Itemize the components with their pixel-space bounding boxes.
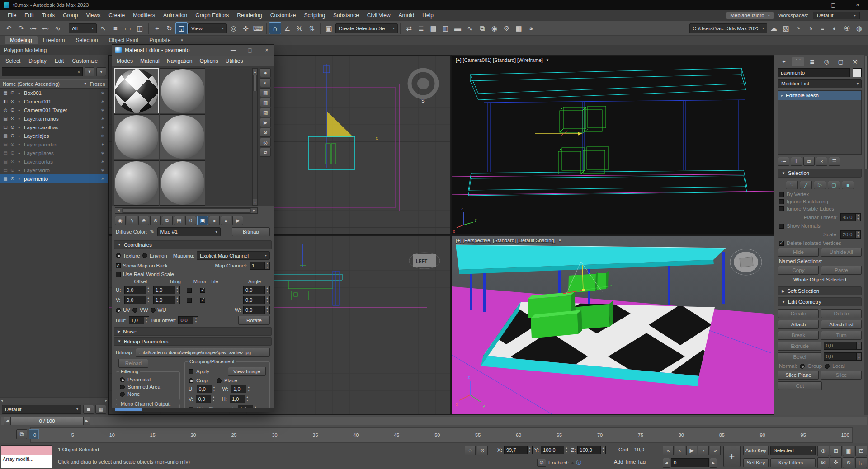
turn-button[interactable]: Turn xyxy=(821,331,862,340)
material-editor-menu-item[interactable]: Material xyxy=(140,58,160,64)
select-and-move-icon[interactable]: + xyxy=(151,22,163,34)
key-filters-button[interactable]: Key Filters... xyxy=(770,458,816,467)
frozen-toggle-icon[interactable]: ∗ xyxy=(99,133,106,138)
ribbon-tab[interactable]: Object Paint xyxy=(104,36,144,44)
material-editor-minimize-button[interactable]: — xyxy=(226,45,240,56)
render-toggle-icon[interactable]: ● xyxy=(18,177,22,180)
u-angle-spinner[interactable]: 0,0 xyxy=(243,286,270,294)
render-toggle-icon[interactable]: ● xyxy=(18,100,22,103)
ribbon-config-arrow-icon[interactable]: ▾ xyxy=(177,38,187,42)
visibility-eye-icon[interactable]: ⊙ xyxy=(10,150,16,156)
material-id-channel-icon[interactable]: 0 xyxy=(185,216,196,225)
set-keys-button[interactable]: + xyxy=(723,446,741,467)
apply-checkbox[interactable] xyxy=(189,369,193,374)
select-object-icon[interactable]: ↖ xyxy=(97,22,109,34)
rendered-frame-window-icon[interactable]: ▦ xyxy=(513,22,525,34)
scroll-left-icon[interactable]: ◂ xyxy=(1,399,3,403)
scene-explorer-row[interactable]: ▤ ⊙ ● Layer:lajes ∗ xyxy=(0,131,108,140)
go-to-parent-icon[interactable]: ▲ xyxy=(221,216,231,225)
menu-item[interactable]: Edit xyxy=(20,11,38,20)
scrollbar-thumb[interactable] xyxy=(865,56,868,169)
element-subobject-icon[interactable]: ■ xyxy=(842,181,854,189)
use-pivot-point-center-icon[interactable]: ◎ xyxy=(227,22,240,34)
rectangular-selection-region-icon[interactable]: ▭ xyxy=(122,22,134,34)
notifications-icon[interactable]: ⊘ xyxy=(537,459,546,467)
material-editor-icon[interactable]: ◉ xyxy=(488,22,500,34)
selection-filter-dropdown[interactable]: All▾ xyxy=(69,23,97,33)
render-toggle-icon[interactable]: ● xyxy=(18,108,22,112)
frozen-toggle-icon[interactable]: ∗ xyxy=(99,150,106,155)
hierarchy-tab-icon[interactable]: ≣ xyxy=(807,57,818,66)
material-editor-maximize-button[interactable]: ▢ xyxy=(243,45,257,56)
coordinates-rollout-header[interactable]: ▼Coordinates xyxy=(114,240,272,249)
column-filter-funnel-icon[interactable]: ▼ xyxy=(84,82,87,86)
track-bar[interactable]: ⧉ 05101520253035404550556065707580859095… xyxy=(0,427,868,443)
unlink-selection-icon[interactable]: ⊷ xyxy=(39,22,52,34)
render-toggle-icon[interactable]: ● xyxy=(18,126,22,129)
redo-icon[interactable]: ↷ xyxy=(15,22,27,34)
previous-frame-icon[interactable]: ‹ xyxy=(675,446,685,455)
blur-spinner[interactable]: 1,0 xyxy=(129,316,149,324)
render-toggle-icon[interactable]: ● xyxy=(18,91,22,94)
w-angle-spinner[interactable]: 0,0 xyxy=(243,306,270,314)
select-by-material-icon[interactable]: ◎ xyxy=(260,138,271,147)
previous-key-icon[interactable]: ◂ xyxy=(663,458,670,468)
scene-explorer-row[interactable]: ▦ ⊙ ● pavimento ∗ xyxy=(0,174,108,183)
workspaces-dropdown[interactable]: Default▾ xyxy=(813,12,860,19)
scene-explorer-row[interactable]: ▤ ⊙ ● Layer:pilares ∗ xyxy=(0,149,108,157)
break-button[interactable]: Break xyxy=(778,331,819,340)
viewport-camera[interactable]: z y x [+] [Camera001] [Standard] [Wirefr… xyxy=(452,55,774,234)
material-editor-menu-item[interactable]: Utilities xyxy=(226,58,243,64)
by-vertex-checkbox[interactable] xyxy=(779,192,784,197)
maximize-viewport-icon[interactable]: ◱ xyxy=(855,457,867,468)
scene-explorer-menu-item[interactable]: Display xyxy=(25,57,50,65)
menu-item[interactable]: Arnold xyxy=(395,11,419,20)
menu-item[interactable]: Rendering xyxy=(233,11,266,20)
go-forward-sibling-icon[interactable]: ▶ xyxy=(232,216,243,225)
material-editor-bottom-scrollbar[interactable] xyxy=(112,408,274,412)
render-toggle-icon[interactable]: ● xyxy=(18,134,22,137)
pyramidal-radio[interactable] xyxy=(120,377,125,382)
menu-item[interactable]: Views xyxy=(82,11,104,20)
menu-item[interactable]: Create xyxy=(104,11,129,20)
render-iterative-icon[interactable]: ◑ xyxy=(804,22,816,34)
modifier-stack-item[interactable]: ▸ Editable Mesh xyxy=(778,91,861,100)
scene-explorer-menu-item[interactable]: Select xyxy=(2,57,24,65)
scroll-right-icon[interactable]: ▸ xyxy=(105,399,107,403)
select-and-manipulate-icon[interactable]: ✜ xyxy=(240,22,252,34)
map-type-button[interactable]: Bitmap xyxy=(232,227,270,236)
show-end-result-icon[interactable]: ∎ xyxy=(209,216,220,225)
scene-explorer-row[interactable]: ▤ ⊙ ● Layer:portas ∗ xyxy=(0,157,108,166)
render-last-icon[interactable]: ◐ xyxy=(829,22,841,34)
explorer-default-dropdown[interactable]: Default▾ xyxy=(2,405,81,414)
slice-plane-button[interactable]: Slice Plane xyxy=(778,371,819,380)
paste-button[interactable]: Paste xyxy=(821,266,862,275)
scene-explorer-row[interactable]: ▤ ⊙ ● Layer:caixilhas ∗ xyxy=(0,123,108,131)
scene-explorer-row[interactable]: ▤ ⊙ ● Layer:armarios ∗ xyxy=(0,114,108,123)
render-toggle-icon[interactable]: ● xyxy=(18,143,22,146)
toggle-layer-explorer-icon[interactable]: ▥ xyxy=(439,22,452,34)
mapping-dropdown[interactable]: Explicit Map Channel▾ xyxy=(197,251,270,260)
current-frame-field[interactable]: 0 xyxy=(671,458,709,467)
video-color-check-icon[interactable]: ▧ xyxy=(260,108,271,117)
ribbon-tab[interactable]: Selection xyxy=(70,36,103,44)
hide-button[interactable]: Hide xyxy=(778,248,819,257)
ribbon-tab[interactable]: Freeform xyxy=(38,36,71,44)
place-radio[interactable] xyxy=(217,378,222,383)
sample-background-icon[interactable]: ▦ xyxy=(260,88,271,97)
show-map-in-viewport-icon[interactable]: ▣ xyxy=(197,216,208,225)
window-crossing-icon[interactable]: ◫ xyxy=(134,22,146,34)
visibility-eye-icon[interactable]: ⊙ xyxy=(10,90,16,96)
viewport-filter-icon[interactable]: ▼ xyxy=(558,239,561,243)
sample-uv-tiling-icon[interactable]: ▥ xyxy=(260,98,271,107)
workspace-selector[interactable]: Mebiane Izidro▾ xyxy=(726,12,774,19)
material-sample-slot[interactable] xyxy=(160,68,205,113)
time-forward-arrow[interactable]: ▶ xyxy=(83,417,90,425)
scrollbar-thumb[interactable] xyxy=(253,75,257,91)
visibility-eye-icon[interactable]: ⊙ xyxy=(10,133,16,139)
menu-item[interactable]: Group xyxy=(59,11,82,20)
vertex-subobject-icon[interactable]: ∵ xyxy=(786,181,798,189)
scene-explorer-header[interactable]: Name (Sorted Ascending) ▼ Frozen xyxy=(0,79,108,89)
planar-thresh-spinner[interactable]: 45,0 xyxy=(840,213,861,221)
frozen-toggle-icon[interactable]: ∗ xyxy=(99,159,106,164)
